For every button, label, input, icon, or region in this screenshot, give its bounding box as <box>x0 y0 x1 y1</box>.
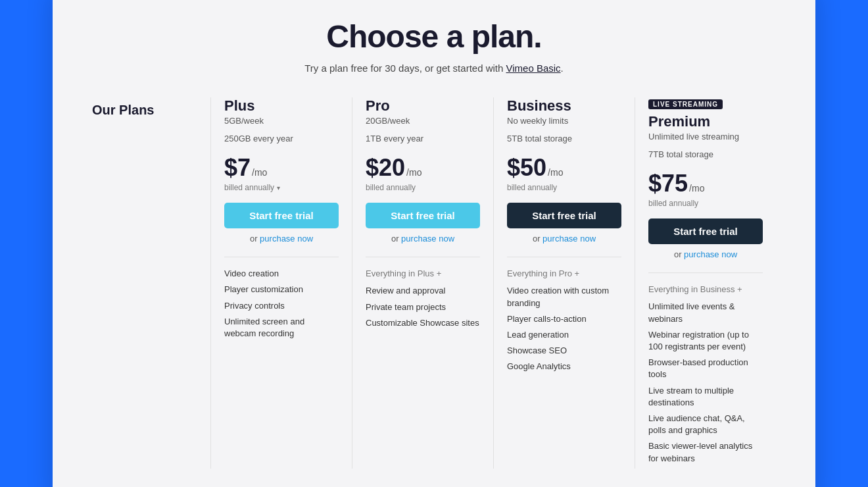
plan-price-row: $ 20 /mo <box>366 154 480 182</box>
feature-item: Video creation <box>224 268 339 280</box>
plans-label-container: Our Plans <box>92 97 210 468</box>
plan-price-symbol: $ <box>507 154 520 182</box>
plans-section: Our Plans Plus 5GB/week 250GB every year… <box>92 97 776 468</box>
plans-grid: Plus 5GB/week 250GB every year $ 7 /mo b… <box>210 97 776 468</box>
divider <box>224 257 339 257</box>
page-title: Choose a plan. <box>92 18 776 55</box>
plan-price-row: $ 50 /mo <box>507 154 621 182</box>
plan-upload: Unlimited live streaming <box>648 132 763 141</box>
subtitle-text: Try a plan free for 30 days, or get star… <box>304 63 506 74</box>
plan-price-period: /mo <box>252 167 267 178</box>
feature-item: Google Analytics <box>507 361 621 372</box>
start-trial-button[interactable]: Start free trial <box>366 203 480 228</box>
plan-storage: 5TB total storage <box>507 134 621 143</box>
our-plans-label: Our Plans <box>92 103 210 118</box>
feature-item: Unlimited live events & webinars <box>648 301 763 324</box>
page-subtitle: Try a plan free for 30 days, or get star… <box>92 63 776 74</box>
plan-price-period: /mo <box>406 167 422 178</box>
purchase-link[interactable]: purchase now <box>401 234 454 244</box>
plan-price-row: $ 75 /mo <box>648 170 763 197</box>
feature-item: Lead generation <box>507 329 621 341</box>
divider <box>507 257 621 257</box>
plan-billed: billed annually ▾ <box>224 183 339 192</box>
purchase-link[interactable]: purchase now <box>684 249 737 259</box>
billed-text: billed annually <box>224 183 274 192</box>
features-heading: Everything in Pro + <box>507 268 621 280</box>
pricing-page: Choose a plan. Try a plan free for 30 da… <box>53 0 815 487</box>
purchase-or-text: or <box>674 249 684 259</box>
feature-item: Private team projects <box>366 301 480 313</box>
plan-billed: billed annually <box>507 183 621 192</box>
plan-billed: billed annually <box>648 199 763 208</box>
plan-price-symbol: $ <box>366 154 379 182</box>
start-trial-button[interactable]: Start free trial <box>224 203 339 228</box>
subtitle-suffix: . <box>561 63 564 74</box>
plan-price-symbol: $ <box>648 170 662 197</box>
start-trial-button[interactable]: Start free trial <box>648 218 763 244</box>
purchase-link[interactable]: purchase now <box>542 234 596 244</box>
plan-price-amount: 20 <box>379 154 405 182</box>
purchase-or-text: or <box>250 234 260 244</box>
billed-text: billed annually <box>648 199 698 208</box>
purchase-row: or purchase now <box>224 234 339 244</box>
plan-name: Business <box>507 97 621 115</box>
feature-item: Privacy controls <box>224 300 339 312</box>
plan-storage: 250GB every year <box>224 134 339 143</box>
plan-price-period: /mo <box>548 167 563 178</box>
features-list: Everything in Pro +Video creation with c… <box>507 268 621 372</box>
feature-item: Basic viewer-level analytics for webinar… <box>648 440 763 464</box>
features-heading: Everything in Business + <box>648 284 763 295</box>
divider <box>366 257 480 257</box>
billing-dropdown-icon[interactable]: ▾ <box>277 184 280 192</box>
feature-item: Video creation with custom branding <box>507 285 621 309</box>
purchase-row: or purchase now <box>366 234 480 244</box>
plan-price-row: $ 7 /mo <box>224 154 339 182</box>
plan-name: Pro <box>366 97 480 115</box>
plan-name: Plus <box>224 97 339 115</box>
feature-item: Live stream to multiple destinations <box>648 385 763 409</box>
features-list: Video creationPlayer customizationPrivac… <box>224 268 339 340</box>
plan-col-pro: Pro 20GB/week 1TB every year $ 20 /mo bi… <box>352 97 493 468</box>
divider <box>648 272 763 273</box>
features-list: Everything in Business +Unlimited live e… <box>648 284 763 464</box>
feature-item: Live audience chat, Q&A, polls and graph… <box>648 413 763 436</box>
feature-item: Webinar registration (up to 100 registra… <box>648 329 763 353</box>
billed-text: billed annually <box>507 183 557 192</box>
plan-storage: 1TB every year <box>366 134 480 143</box>
purchase-row: or purchase now <box>648 249 763 259</box>
start-trial-button[interactable]: Start free trial <box>507 203 621 228</box>
features-heading: Everything in Plus + <box>366 268 480 280</box>
purchase-or-text: or <box>391 234 401 244</box>
feature-item: Review and approval <box>366 285 480 297</box>
plan-name: Premium <box>648 113 763 130</box>
feature-item: Player customization <box>224 284 339 295</box>
plan-upload: 5GB/week <box>224 116 339 126</box>
plan-col-premium: LIVE STREAMING Premium Unlimited live st… <box>635 97 776 468</box>
feature-item: Customizable Showcase sites <box>366 317 480 329</box>
plan-upload: 20GB/week <box>366 116 480 126</box>
plan-price-amount: 7 <box>237 154 251 182</box>
plan-price-period: /mo <box>689 183 704 193</box>
features-list: Everything in Plus +Review and approvalP… <box>366 268 480 329</box>
feature-item: Browser-based production tools <box>648 357 763 380</box>
purchase-or-text: or <box>533 234 542 244</box>
feature-item: Showcase SEO <box>507 345 621 357</box>
purchase-row: or purchase now <box>507 234 621 244</box>
plan-price-symbol: $ <box>224 154 237 182</box>
feature-item: Unlimited screen and webcam recording <box>224 316 339 340</box>
plan-upload: No weekly limits <box>507 116 621 126</box>
vimeo-basic-link[interactable]: Vimeo Basic <box>506 63 561 74</box>
purchase-link[interactable]: purchase now <box>260 234 313 244</box>
plan-col-business: Business No weekly limits 5TB total stor… <box>493 97 635 468</box>
plan-billed: billed annually <box>366 183 480 192</box>
feature-item: Player calls-to-action <box>507 313 621 325</box>
plan-price-amount: 50 <box>520 154 546 182</box>
billed-text: billed annually <box>366 183 416 192</box>
plan-col-plus: Plus 5GB/week 250GB every year $ 7 /mo b… <box>210 97 352 468</box>
page-header: Choose a plan. Try a plan free for 30 da… <box>92 18 776 74</box>
plan-price-amount: 75 <box>662 170 688 197</box>
live-badge: LIVE STREAMING <box>648 99 723 109</box>
plan-storage: 7TB total storage <box>648 149 763 159</box>
